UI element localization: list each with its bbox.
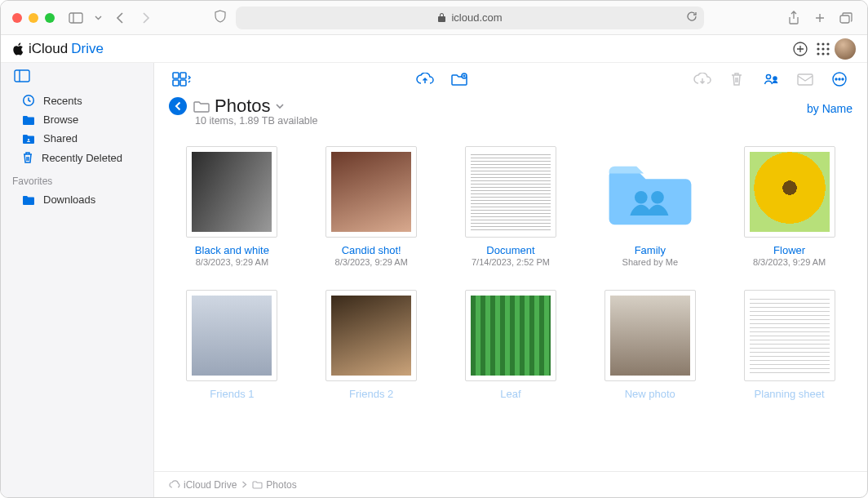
upload-button[interactable] — [412, 68, 438, 91]
sidebar-toggle-icon[interactable] — [66, 8, 86, 28]
maximize-window-button[interactable] — [45, 13, 55, 23]
svg-point-29 — [635, 191, 648, 204]
download-button — [689, 68, 715, 91]
file-name: Friends 1 — [210, 388, 254, 400]
back-button[interactable] — [110, 8, 130, 28]
svg-point-30 — [651, 191, 664, 204]
svg-rect-2 — [840, 16, 849, 23]
svg-point-12 — [826, 52, 829, 55]
svg-point-4 — [817, 42, 819, 45]
svg-point-27 — [839, 78, 840, 80]
svg-point-11 — [822, 52, 824, 55]
file-item[interactable]: Black and white8/3/2023, 9:29 AM — [169, 146, 295, 267]
close-window-button[interactable] — [12, 13, 22, 23]
svg-point-28 — [842, 78, 844, 80]
sidebar-item-label: Recently Deleted — [42, 152, 122, 164]
folder-icon — [22, 194, 35, 206]
sidebar-collapse-icon[interactable] — [14, 71, 30, 85]
view-mode-button[interactable] — [169, 68, 195, 91]
file-meta: 8/3/2023, 9:29 AM — [196, 257, 268, 267]
apps-grid-icon[interactable] — [812, 38, 835, 60]
svg-point-23 — [773, 77, 777, 80]
file-meta: 8/3/2023, 9:29 AM — [753, 257, 826, 267]
sidebar: Recents Browse Shared Recently Deleted F… — [1, 63, 154, 497]
folder-icon — [193, 100, 210, 113]
chevron-down-icon[interactable] — [92, 8, 104, 28]
file-item[interactable]: Planning sheet — [726, 290, 852, 401]
file-thumbnail — [744, 290, 835, 381]
file-meta: 8/3/2023, 9:29 AM — [335, 257, 408, 267]
minimize-window-button[interactable] — [29, 13, 38, 23]
new-tab-icon[interactable] — [810, 8, 830, 28]
brand-drive: Drive — [71, 41, 104, 57]
chevron-right-icon — [241, 481, 247, 488]
folder-back-button[interactable] — [169, 97, 187, 115]
refresh-icon[interactable] — [686, 11, 698, 24]
add-icon[interactable] — [789, 38, 812, 60]
sidebar-item-downloads[interactable]: Downloads — [1, 190, 153, 209]
svg-rect-24 — [798, 74, 813, 85]
window-controls — [12, 13, 55, 23]
privacy-shield-icon[interactable] — [215, 10, 226, 25]
file-item[interactable]: Candid shot!8/3/2023, 9:29 AM — [308, 146, 435, 267]
file-name: Candid shot! — [342, 244, 401, 256]
forward-button[interactable] — [136, 8, 156, 28]
delete-button — [724, 68, 750, 91]
more-actions-button[interactable] — [826, 68, 852, 91]
content-area: Photos by Name 10 items, 1.89 TB availab… — [154, 63, 867, 497]
sidebar-favorites-heading: Favorites — [1, 167, 153, 190]
new-folder-button[interactable] — [446, 68, 472, 91]
apple-icon — [12, 42, 25, 56]
svg-point-10 — [817, 52, 819, 55]
file-name: Black and white — [195, 244, 269, 256]
brand-icloud: iCloud — [29, 41, 68, 57]
file-meta: Shared by Me — [622, 257, 678, 267]
file-thumbnail — [604, 290, 696, 381]
account-avatar[interactable] — [835, 38, 856, 60]
address-bar[interactable]: icloud.com — [236, 7, 704, 29]
file-name: Friends 2 — [349, 388, 393, 400]
lock-icon — [437, 12, 446, 23]
address-url: icloud.com — [451, 11, 502, 24]
clock-icon — [22, 94, 35, 107]
svg-point-9 — [826, 47, 829, 50]
app-brand[interactable]: iCloud Drive — [12, 41, 104, 57]
file-name: Leaf — [500, 388, 520, 400]
svg-point-6 — [826, 42, 829, 45]
sidebar-item-browse[interactable]: Browse — [1, 110, 153, 129]
file-thumbnail — [465, 290, 556, 381]
sidebar-item-shared[interactable]: Shared — [1, 129, 153, 148]
sidebar-item-recently-deleted[interactable]: Recently Deleted — [1, 148, 153, 167]
breadcrumb: iCloud Drive Photos — [154, 471, 867, 497]
tabs-icon[interactable] — [836, 8, 856, 28]
file-item[interactable]: New photo — [587, 290, 713, 401]
folder-subtitle: 10 items, 1.89 TB available — [154, 115, 867, 131]
content-toolbar — [154, 63, 867, 96]
file-thumbnail — [604, 146, 696, 238]
svg-point-26 — [835, 78, 837, 80]
share-icon[interactable] — [784, 8, 804, 28]
breadcrumb-current[interactable]: Photos — [252, 479, 296, 491]
items-grid: Black and white8/3/2023, 9:29 AMCandid s… — [169, 146, 852, 401]
breadcrumb-root[interactable]: iCloud Drive — [169, 479, 237, 491]
sidebar-item-recents[interactable]: Recents — [1, 91, 153, 110]
folder-header: Photos by Name — [154, 96, 867, 117]
file-thumbnail — [186, 146, 277, 238]
file-item[interactable]: Leaf — [448, 290, 574, 401]
file-item[interactable]: FamilyShared by Me — [587, 146, 713, 267]
folder-icon — [22, 114, 35, 126]
sidebar-item-label: Recents — [43, 95, 82, 107]
file-item[interactable]: Flower8/3/2023, 9:29 AM — [726, 146, 852, 267]
svg-rect-19 — [173, 80, 179, 86]
sort-button[interactable]: by Name — [807, 102, 852, 115]
file-item[interactable]: Document7/14/2023, 2:52 PM — [448, 146, 574, 267]
file-name: Planning sheet — [755, 388, 825, 400]
file-meta: 7/14/2023, 2:52 PM — [472, 257, 550, 267]
file-name: Document — [486, 244, 534, 256]
chevron-down-icon[interactable] — [276, 104, 284, 109]
file-item[interactable]: Friends 2 — [308, 290, 435, 401]
sidebar-item-label: Shared — [43, 132, 78, 145]
shared-folder-icon — [22, 133, 35, 145]
file-item[interactable]: Friends 1 — [169, 290, 295, 401]
share-collaborate-button[interactable] — [758, 68, 784, 91]
